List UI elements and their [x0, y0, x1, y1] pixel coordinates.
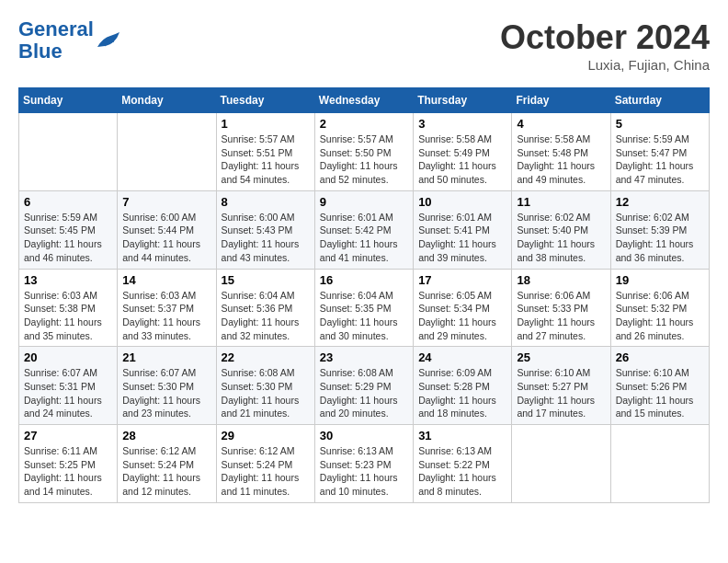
day-info: Sunrise: 6:12 AM Sunset: 5:24 PM Dayligh… — [122, 444, 210, 499]
calendar-cell: 5Sunrise: 5:59 AM Sunset: 5:47 PM Daylig… — [610, 113, 709, 191]
calendar-cell: 27Sunrise: 6:11 AM Sunset: 5:25 PM Dayli… — [19, 425, 118, 503]
title-block: October 2024 Luxia, Fujian, China — [500, 18, 710, 73]
day-number: 19 — [616, 273, 704, 287]
calendar-cell: 14Sunrise: 6:03 AM Sunset: 5:37 PM Dayli… — [118, 269, 216, 347]
day-info: Sunrise: 6:00 AM Sunset: 5:43 PM Dayligh… — [222, 211, 310, 265]
day-info: Sunrise: 5:58 AM Sunset: 5:48 PM Dayligh… — [517, 132, 605, 187]
header-cell-tuesday: Tuesday — [216, 88, 314, 113]
day-info: Sunrise: 6:00 AM Sunset: 5:44 PM Dayligh… — [122, 211, 210, 265]
day-number: 10 — [418, 195, 506, 209]
calendar-cell: 19Sunrise: 6:06 AM Sunset: 5:32 PM Dayli… — [610, 269, 709, 347]
day-number: 24 — [418, 350, 506, 364]
day-number: 14 — [122, 273, 210, 287]
logo-bird-icon — [96, 30, 121, 51]
calendar-cell: 3Sunrise: 5:58 AM Sunset: 5:49 PM Daylig… — [414, 113, 512, 191]
day-number: 8 — [222, 195, 310, 209]
calendar-cell: 9Sunrise: 6:01 AM Sunset: 5:42 PM Daylig… — [314, 190, 413, 269]
day-info: Sunrise: 6:11 AM Sunset: 5:25 PM Dayligh… — [24, 444, 112, 499]
header-cell-saturday: Saturday — [610, 88, 709, 113]
day-info: Sunrise: 6:10 AM Sunset: 5:26 PM Dayligh… — [616, 366, 704, 420]
day-info: Sunrise: 6:03 AM Sunset: 5:38 PM Dayligh… — [24, 289, 112, 343]
day-number: 29 — [222, 429, 310, 442]
header-row: SundayMondayTuesdayWednesdayThursdayFrid… — [19, 88, 710, 113]
day-number: 30 — [320, 429, 408, 442]
calendar-table: SundayMondayTuesdayWednesdayThursdayFrid… — [18, 87, 710, 503]
day-number: 31 — [418, 429, 506, 442]
day-number: 15 — [222, 273, 310, 287]
calendar-location: Luxia, Fujian, China — [500, 57, 710, 73]
day-info: Sunrise: 6:07 AM Sunset: 5:31 PM Dayligh… — [24, 366, 112, 420]
day-number: 7 — [122, 195, 210, 209]
day-info: Sunrise: 6:07 AM Sunset: 5:30 PM Dayligh… — [122, 366, 210, 420]
day-number: 20 — [24, 350, 112, 364]
calendar-cell — [512, 425, 610, 503]
day-number: 5 — [616, 117, 704, 131]
calendar-cell: 31Sunrise: 6:13 AM Sunset: 5:22 PM Dayli… — [414, 425, 512, 503]
day-info: Sunrise: 6:12 AM Sunset: 5:24 PM Dayligh… — [222, 444, 310, 499]
day-number: 22 — [222, 350, 310, 364]
day-info: Sunrise: 6:09 AM Sunset: 5:28 PM Dayligh… — [418, 366, 506, 420]
day-number: 18 — [517, 273, 605, 287]
day-info: Sunrise: 5:57 AM Sunset: 5:51 PM Dayligh… — [222, 132, 310, 187]
day-number: 1 — [222, 117, 310, 131]
week-row-1: 1Sunrise: 5:57 AM Sunset: 5:51 PM Daylig… — [19, 113, 710, 191]
day-number: 27 — [24, 429, 112, 442]
day-info: Sunrise: 6:01 AM Sunset: 5:42 PM Dayligh… — [320, 211, 408, 265]
calendar-cell — [118, 113, 216, 191]
day-info: Sunrise: 6:02 AM Sunset: 5:40 PM Dayligh… — [517, 211, 605, 265]
calendar-cell: 28Sunrise: 6:12 AM Sunset: 5:24 PM Dayli… — [118, 425, 216, 503]
page-header: GeneralBlue October 2024 Luxia, Fujian, … — [18, 18, 710, 73]
calendar-cell: 4Sunrise: 5:58 AM Sunset: 5:48 PM Daylig… — [512, 113, 610, 191]
day-info: Sunrise: 6:10 AM Sunset: 5:27 PM Dayligh… — [517, 366, 605, 420]
calendar-cell: 7Sunrise: 6:00 AM Sunset: 5:44 PM Daylig… — [118, 190, 216, 269]
day-info: Sunrise: 6:03 AM Sunset: 5:37 PM Dayligh… — [122, 289, 210, 343]
day-info: Sunrise: 6:06 AM Sunset: 5:33 PM Dayligh… — [517, 289, 605, 343]
day-info: Sunrise: 5:59 AM Sunset: 5:45 PM Dayligh… — [24, 211, 112, 265]
calendar-cell: 8Sunrise: 6:00 AM Sunset: 5:43 PM Daylig… — [216, 190, 314, 269]
header-cell-wednesday: Wednesday — [314, 88, 413, 113]
calendar-cell — [610, 425, 709, 503]
calendar-cell — [19, 113, 118, 191]
day-number: 4 — [517, 117, 605, 131]
day-info: Sunrise: 6:04 AM Sunset: 5:36 PM Dayligh… — [222, 289, 310, 343]
day-info: Sunrise: 6:13 AM Sunset: 5:23 PM Dayligh… — [320, 444, 408, 499]
calendar-cell: 11Sunrise: 6:02 AM Sunset: 5:40 PM Dayli… — [512, 190, 610, 269]
calendar-cell: 29Sunrise: 6:12 AM Sunset: 5:24 PM Dayli… — [216, 425, 314, 503]
day-info: Sunrise: 6:06 AM Sunset: 5:32 PM Dayligh… — [616, 289, 704, 343]
day-number: 9 — [320, 195, 408, 209]
calendar-cell: 24Sunrise: 6:09 AM Sunset: 5:28 PM Dayli… — [414, 347, 512, 425]
calendar-cell: 6Sunrise: 5:59 AM Sunset: 5:45 PM Daylig… — [19, 190, 118, 269]
logo: GeneralBlue — [18, 18, 121, 63]
day-number: 12 — [616, 195, 704, 209]
day-info: Sunrise: 5:58 AM Sunset: 5:49 PM Dayligh… — [418, 132, 506, 187]
day-number: 23 — [320, 350, 408, 364]
day-info: Sunrise: 6:01 AM Sunset: 5:41 PM Dayligh… — [418, 211, 506, 265]
calendar-cell: 23Sunrise: 6:08 AM Sunset: 5:29 PM Dayli… — [314, 347, 413, 425]
day-number: 16 — [320, 273, 408, 287]
week-row-2: 6Sunrise: 5:59 AM Sunset: 5:45 PM Daylig… — [19, 190, 710, 269]
calendar-cell: 1Sunrise: 5:57 AM Sunset: 5:51 PM Daylig… — [216, 113, 314, 191]
header-cell-sunday: Sunday — [19, 88, 118, 113]
day-number: 25 — [517, 350, 605, 364]
calendar-cell: 13Sunrise: 6:03 AM Sunset: 5:38 PM Dayli… — [19, 269, 118, 347]
calendar-cell: 17Sunrise: 6:05 AM Sunset: 5:34 PM Dayli… — [414, 269, 512, 347]
calendar-cell: 22Sunrise: 6:08 AM Sunset: 5:30 PM Dayli… — [216, 347, 314, 425]
day-number: 17 — [418, 273, 506, 287]
day-info: Sunrise: 5:59 AM Sunset: 5:47 PM Dayligh… — [616, 132, 704, 187]
calendar-cell: 15Sunrise: 6:04 AM Sunset: 5:36 PM Dayli… — [216, 269, 314, 347]
day-number: 6 — [24, 195, 112, 209]
calendar-header: SundayMondayTuesdayWednesdayThursdayFrid… — [19, 88, 710, 113]
day-info: Sunrise: 6:04 AM Sunset: 5:35 PM Dayligh… — [320, 289, 408, 343]
day-info: Sunrise: 6:13 AM Sunset: 5:22 PM Dayligh… — [418, 444, 506, 499]
day-info: Sunrise: 6:02 AM Sunset: 5:39 PM Dayligh… — [616, 211, 704, 265]
week-row-3: 13Sunrise: 6:03 AM Sunset: 5:38 PM Dayli… — [19, 269, 710, 347]
calendar-cell: 30Sunrise: 6:13 AM Sunset: 5:23 PM Dayli… — [314, 425, 413, 503]
calendar-title: October 2024 — [500, 18, 710, 57]
calendar-cell: 26Sunrise: 6:10 AM Sunset: 5:26 PM Dayli… — [610, 347, 709, 425]
calendar-cell: 25Sunrise: 6:10 AM Sunset: 5:27 PM Dayli… — [512, 347, 610, 425]
day-number: 13 — [24, 273, 112, 287]
day-number: 21 — [122, 350, 210, 364]
calendar-cell: 2Sunrise: 5:57 AM Sunset: 5:50 PM Daylig… — [314, 113, 413, 191]
day-number: 28 — [122, 429, 210, 442]
day-number: 26 — [616, 350, 704, 364]
